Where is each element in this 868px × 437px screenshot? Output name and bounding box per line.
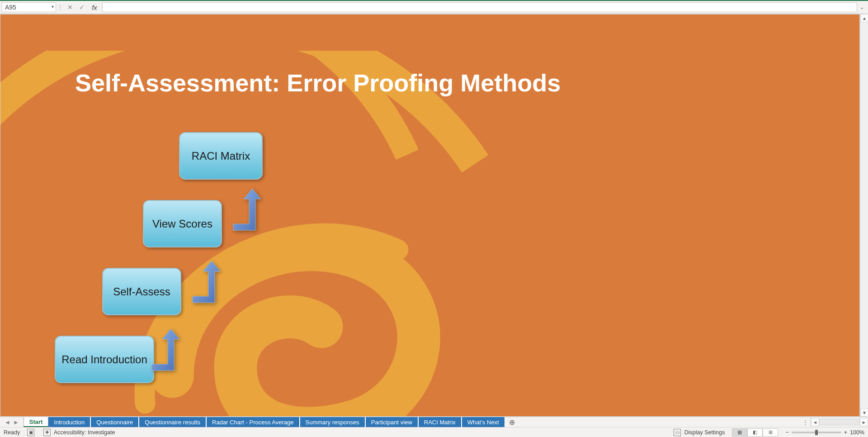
chevron-down-icon: ⌄ bbox=[860, 5, 864, 10]
name-box-value: A95 bbox=[5, 4, 16, 11]
worksheet-area: Self-Assessment: Error Proofing Methods … bbox=[0, 14, 868, 417]
dots-icon: ⋮ bbox=[802, 419, 808, 426]
triangle-right-icon: ► bbox=[862, 420, 866, 425]
tab-raci-matrix[interactable]: RACI Matrix bbox=[419, 417, 462, 427]
worksheet-canvas[interactable]: Self-Assessment: Error Proofing Methods … bbox=[0, 14, 860, 417]
step-self-assess-button[interactable]: Self-Assess bbox=[102, 268, 181, 315]
tab-start[interactable]: Start bbox=[24, 417, 49, 427]
tab-radar-chart[interactable]: Radar Chart - Process Average bbox=[207, 417, 300, 427]
insert-function-button[interactable]: fx bbox=[88, 2, 101, 12]
bent-arrow-icon bbox=[231, 188, 265, 233]
accessibility-icon: ✚ bbox=[43, 429, 51, 436]
expand-formula-bar-button[interactable]: ⌄ bbox=[857, 5, 866, 10]
zoom-slider[interactable] bbox=[792, 432, 841, 433]
tab-label: Questionnaire results bbox=[145, 419, 200, 426]
bent-arrow-icon bbox=[190, 260, 224, 305]
step-raci-matrix-button[interactable]: RACI Matrix bbox=[179, 132, 263, 180]
zoom-slider-thumb[interactable] bbox=[815, 430, 818, 435]
status-bar: Ready ▣ ✚ Accessibility: Investigate ▭ D… bbox=[0, 427, 868, 437]
view-buttons: ▦ ◧ ⊞ bbox=[732, 428, 778, 437]
tab-nav: ◄ ► bbox=[0, 417, 24, 427]
tab-label: Radar Chart - Process Average bbox=[212, 419, 293, 426]
tab-label: Summary responses bbox=[306, 419, 359, 426]
fx-icon: fx bbox=[92, 4, 97, 11]
step-read-introduction-button[interactable]: Read Introduction bbox=[55, 336, 154, 383]
break-icon: ⊞ bbox=[769, 429, 773, 435]
zoom-percent[interactable]: 100% bbox=[850, 429, 864, 436]
display-settings-label: Display Settings bbox=[684, 429, 725, 435]
triangle-down-icon: ▼ bbox=[862, 410, 867, 415]
monitor-icon: ▭ bbox=[674, 429, 681, 436]
vertical-scrollbar[interactable]: ▲ ▼ bbox=[860, 14, 868, 417]
spacer bbox=[519, 417, 800, 427]
name-box[interactable]: A95 ▾ bbox=[2, 2, 56, 12]
tab-participant-view[interactable]: Participant view bbox=[366, 417, 419, 427]
triangle-left-icon: ◄ bbox=[813, 420, 817, 425]
tab-label: Participant view bbox=[371, 419, 412, 426]
tab-questionnaire[interactable]: Questionnaire bbox=[91, 417, 139, 427]
tab-nav-prev-button[interactable]: ◄ bbox=[5, 419, 10, 426]
zoom-in-button[interactable]: + bbox=[844, 429, 847, 436]
divider: ⋮ bbox=[56, 4, 64, 11]
tab-label: What's Next bbox=[467, 419, 499, 426]
macro-record-icon[interactable]: ▣ bbox=[27, 429, 34, 436]
tab-summary-responses[interactable]: Summary responses bbox=[300, 417, 366, 427]
page-title: Self-Assessment: Error Proofing Methods bbox=[75, 69, 561, 97]
scroll-down-button[interactable]: ▼ bbox=[860, 408, 868, 417]
tab-label: Introduction bbox=[54, 419, 85, 426]
page-break-view-button[interactable]: ⊞ bbox=[763, 428, 778, 437]
check-icon: ✓ bbox=[79, 4, 85, 11]
scroll-right-button[interactable]: ► bbox=[860, 418, 868, 426]
scroll-left-button[interactable]: ◄ bbox=[811, 418, 819, 426]
new-sheet-button[interactable]: ⊕ bbox=[505, 417, 519, 427]
step-label: RACI Matrix bbox=[192, 150, 250, 162]
chevron-down-icon[interactable]: ▾ bbox=[52, 4, 54, 9]
tab-options-button[interactable]: ⋮ bbox=[800, 417, 811, 427]
enter-button[interactable]: ✓ bbox=[76, 2, 88, 12]
sheet-tab-strip: ◄ ► Start Introduction Questionnaire Que… bbox=[0, 417, 868, 427]
bent-arrow-icon bbox=[150, 328, 184, 373]
scroll-track[interactable] bbox=[819, 419, 860, 425]
formula-input[interactable] bbox=[102, 2, 857, 12]
close-icon: ✕ bbox=[67, 4, 73, 11]
tab-label: RACI Matrix bbox=[424, 419, 456, 426]
page-layout-view-button[interactable]: ◧ bbox=[747, 428, 763, 437]
zoom-out-button[interactable]: − bbox=[785, 429, 788, 436]
tab-label: Questionnaire bbox=[96, 419, 133, 426]
page-icon: ◧ bbox=[753, 429, 757, 435]
plus-circle-icon: ⊕ bbox=[509, 418, 515, 427]
triangle-up-icon: ▲ bbox=[862, 16, 867, 21]
display-settings-button[interactable]: ▭ Display Settings bbox=[674, 429, 725, 436]
tab-nav-next-button[interactable]: ► bbox=[13, 419, 19, 426]
tab-introduction[interactable]: Introduction bbox=[48, 417, 91, 427]
step-label: Self-Assess bbox=[113, 285, 170, 298]
cancel-button[interactable]: ✕ bbox=[64, 2, 76, 12]
horizontal-scrollbar[interactable]: ◄ ► bbox=[811, 417, 868, 427]
normal-view-button[interactable]: ▦ bbox=[732, 428, 747, 437]
tab-whats-next[interactable]: What's Next bbox=[462, 417, 505, 427]
step-label: View Scores bbox=[152, 218, 212, 230]
step-label: Read Introduction bbox=[61, 353, 147, 366]
grid-icon: ▦ bbox=[737, 429, 742, 435]
zoom-control: − + 100% bbox=[785, 429, 864, 436]
tab-label: Start bbox=[29, 418, 43, 425]
scroll-up-button[interactable]: ▲ bbox=[860, 14, 868, 22]
tab-questionnaire-results[interactable]: Questionnaire results bbox=[139, 417, 207, 427]
step-view-scores-button[interactable]: View Scores bbox=[143, 200, 222, 247]
accessibility-status[interactable]: ✚ Accessibility: Investigate bbox=[43, 429, 115, 436]
accessibility-label: Accessibility: Investigate bbox=[54, 429, 115, 435]
formula-bar: A95 ▾ ⋮ ✕ ✓ fx ⌄ bbox=[0, 1, 868, 14]
sheet-tabs: Start Introduction Questionnaire Questio… bbox=[24, 417, 505, 427]
status-ready: Ready bbox=[4, 429, 20, 436]
